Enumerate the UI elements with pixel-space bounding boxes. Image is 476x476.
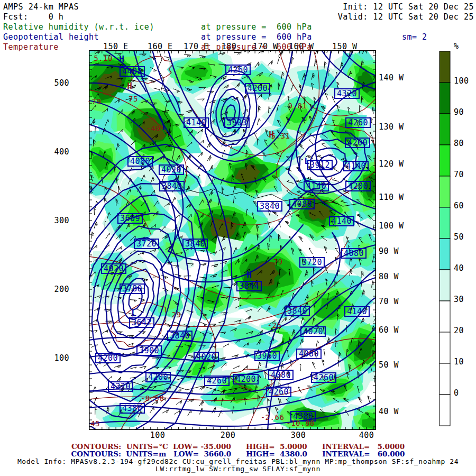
bottom-axis-label: 400 bbox=[356, 432, 377, 440]
right-axis-label: 110 W bbox=[379, 194, 404, 202]
colorbar-tick-label: 40 bbox=[454, 264, 464, 272]
colorbar-tick-label: 80 bbox=[454, 140, 464, 148]
right-axis-label: 140 W bbox=[379, 74, 404, 82]
colorbar-tick-label: 0 bbox=[454, 389, 459, 397]
height-contour-info: CONTOURS: UNITS=m LOW= 3660.0 HIGH= 4380… bbox=[0, 450, 476, 457]
colorbar-tick-label: 100 bbox=[454, 77, 469, 85]
model-info: Model Info: MPASv8.2.3-194-gf29cd82c CU:… bbox=[0, 458, 476, 465]
colorbar-tick-label: 60 bbox=[454, 202, 464, 210]
right-axis-label: 100 W bbox=[379, 222, 404, 230]
field-tmp-level: at pressure = 600 hPa bbox=[201, 43, 312, 51]
field-hgt-level: at pressure = 600 hPa bbox=[201, 33, 312, 41]
left-axis-label: 100 bbox=[48, 354, 69, 362]
field-rh-level: at pressure = 600 hPa bbox=[201, 23, 312, 31]
colorbar-tick-label: 50 bbox=[454, 233, 464, 241]
left-axis-label: 300 bbox=[48, 217, 69, 225]
weather-map bbox=[89, 50, 376, 430]
right-axis-label: 120 W bbox=[379, 160, 404, 168]
field-tmp-label: Temperature bbox=[3, 43, 59, 51]
top-axis-label: 150 E bbox=[103, 43, 127, 51]
right-axis-label: 40 W bbox=[379, 408, 399, 416]
right-axis-label: 70 W bbox=[379, 298, 399, 306]
colorbar-units: % bbox=[454, 42, 459, 50]
field-hgt-label: Geopotential height bbox=[3, 33, 99, 41]
smoothing-note: sm= 2 bbox=[402, 33, 427, 41]
right-axis-label: 80 W bbox=[379, 273, 399, 281]
right-axis-label: 90 W bbox=[379, 248, 399, 255]
colorbar-tick-label: 70 bbox=[454, 171, 464, 179]
field-rh-label: Relative humidity (w.r.t. ice) bbox=[3, 23, 154, 31]
weather-chart-page: AMPS 24-km MPAS Init: 12 UTC Sat 20 Dec … bbox=[0, 0, 476, 476]
temp-contour-info: CONTOURS: UNITS=°C LOW= -35.000 HIGH= 5.… bbox=[0, 443, 476, 450]
bottom-axis-label: 300 bbox=[288, 432, 309, 440]
valid-time: Valid: 12 UTC Sat 20 Dec 25 bbox=[338, 13, 474, 21]
right-axis-label: 50 W bbox=[379, 361, 399, 369]
top-axis-label: 150 W bbox=[332, 43, 356, 51]
right-axis-label: 130 W bbox=[379, 123, 404, 131]
colorbar-tick-label: 10 bbox=[454, 358, 464, 366]
bottom-axis-label: 200 bbox=[217, 432, 239, 440]
physics-info: LW:rrtmg_lw SW:rrtmg_sw SFLAY:sf_mynn bbox=[0, 465, 476, 472]
colorbar bbox=[439, 50, 452, 427]
fcst-hour: Fcst: 0 h bbox=[3, 13, 63, 21]
right-axis-label: 60 W bbox=[379, 326, 399, 334]
map-area: 4408426042004320414039034260420040804140… bbox=[89, 50, 376, 430]
left-axis-label: 200 bbox=[48, 286, 69, 294]
colorbar-tick-label: 20 bbox=[454, 327, 464, 335]
bottom-axis-label: 100 bbox=[147, 432, 168, 440]
top-axis-label: 160 E bbox=[148, 43, 172, 51]
colorbar-tick-label: 30 bbox=[454, 296, 464, 304]
init-time: Init: 12 UTC Sat 20 Dec 25 bbox=[343, 3, 474, 11]
left-axis-label: 500 bbox=[48, 79, 69, 87]
left-axis-label: 400 bbox=[48, 148, 69, 156]
colorbar-tick-label: 90 bbox=[454, 108, 464, 116]
app-title: AMPS 24-km MPAS bbox=[3, 3, 79, 11]
